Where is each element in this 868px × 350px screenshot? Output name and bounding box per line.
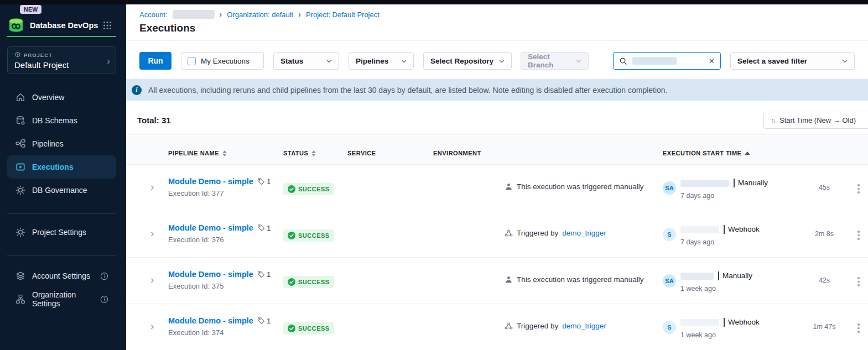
app-title: Database DevOps: [30, 21, 98, 30]
execution-id: Execution Id: 376: [168, 236, 224, 244]
project-selector[interactable]: PROJECT Default Project ›: [7, 46, 116, 74]
row-menu-icon[interactable]: [856, 182, 861, 195]
chevron-down-icon: [499, 59, 505, 63]
user-icon: [505, 275, 513, 284]
database-icon: [15, 116, 25, 126]
sidebar-item-overview[interactable]: Overview: [7, 86, 116, 109]
expand-chevron-icon[interactable]: ›: [150, 274, 154, 286]
pipelines-filter-dropdown[interactable]: Pipelines: [349, 52, 414, 70]
sidebar-item-label: Project Settings: [32, 228, 86, 237]
sidebar-item-account-settings[interactable]: Account Settings: [7, 264, 116, 288]
row-menu-icon[interactable]: [856, 275, 861, 288]
sidebar-item-label: DB Schemas: [32, 116, 77, 125]
sidebar-item-db-governance[interactable]: DB Governance: [7, 179, 116, 202]
sidebar-item-executions[interactable]: Executions: [7, 155, 116, 179]
trigger-type-label: Webhook: [724, 318, 760, 327]
sidebar-item-db-schemas[interactable]: DB Schemas: [7, 109, 116, 132]
column-header-status[interactable]: STATUS: [283, 150, 316, 156]
sidebar-item-organization-settings[interactable]: Organization Settings: [7, 288, 116, 311]
saved-filter-label: Select a saved filter: [737, 57, 807, 65]
trigger-link[interactable]: demo_trigger: [562, 229, 606, 237]
duration: 1m 47s: [805, 323, 844, 331]
tag-count: 1: [257, 270, 271, 279]
tag-icon: [257, 224, 265, 232]
branch-filter-label: Select Branch: [528, 53, 576, 69]
project-cube-icon: [14, 51, 21, 58]
total-count: Total: 31: [137, 116, 171, 125]
column-header-pipeline-name[interactable]: PIPELINE NAME: [168, 150, 227, 156]
sidebar-item-label: Executions: [32, 163, 74, 171]
status-filter-dropdown[interactable]: Status: [273, 52, 339, 70]
status-badge: SUCCESS: [283, 229, 334, 242]
column-label: STATUS: [283, 150, 308, 156]
tag-count: 1: [257, 317, 271, 325]
time-ago: 7 days ago: [680, 238, 760, 246]
table-header: PIPELINE NAME STATUS SERVICE ENVIRONMENT…: [126, 134, 868, 164]
row-menu-icon[interactable]: [856, 322, 861, 335]
chevron-down-icon: [842, 59, 848, 63]
tag-icon: [257, 270, 265, 278]
time-ago: 1 week ago: [680, 285, 752, 292]
status-filter-label: Status: [280, 57, 303, 65]
breadcrumb-project-link[interactable]: Project: Default Project: [306, 11, 380, 19]
trigger-info: This execution was triggered manually: [505, 182, 644, 191]
gear-icon: [15, 185, 25, 195]
tag-icon: [257, 317, 265, 325]
breadcrumb-account-link[interactable]: Account:: [139, 11, 168, 19]
breadcrumb-organization-link[interactable]: Organization: default: [227, 11, 293, 19]
repository-filter-dropdown[interactable]: Select Repository: [423, 52, 512, 70]
execution-row[interactable]: › Module Demo - simple 1 Execution Id: 3…: [126, 211, 868, 257]
sort-icon: [311, 150, 316, 156]
info-icon[interactable]: [100, 295, 108, 304]
status-badge: SUCCESS: [283, 322, 334, 335]
run-button[interactable]: Run: [139, 52, 171, 70]
trigger-type-label: Manually: [734, 179, 768, 187]
project-eyebrow-label: PROJECT: [24, 52, 53, 58]
branch-filter-dropdown[interactable]: Select Branch: [521, 52, 589, 70]
pipeline-name-link[interactable]: Module Demo - simple: [168, 316, 253, 325]
sidebar-item-label: Overview: [32, 93, 64, 102]
column-header-execution-start-time[interactable]: EXECUTION START TIME: [663, 150, 750, 156]
my-executions-checkbox[interactable]: [188, 57, 196, 65]
row-menu-icon[interactable]: [856, 229, 861, 242]
info-icon[interactable]: [100, 272, 108, 280]
tag-icon: [257, 177, 265, 185]
sidebar-item-pipelines[interactable]: Pipelines: [7, 132, 116, 155]
saved-filter-dropdown[interactable]: Select a saved filter: [730, 52, 855, 70]
search-input[interactable]: ✕: [613, 52, 721, 70]
database-devops-logo-icon: [7, 17, 25, 34]
pipeline-name-link[interactable]: Module Demo - simple: [168, 223, 253, 232]
avatar: SA: [663, 181, 676, 195]
avatar: SA: [663, 274, 676, 288]
chevron-down-icon: [576, 59, 581, 63]
expand-chevron-icon[interactable]: ›: [150, 320, 154, 332]
avatar: S: [663, 321, 676, 334]
layers-icon: [15, 271, 25, 281]
clear-search-icon[interactable]: ✕: [709, 57, 715, 65]
expand-chevron-icon[interactable]: ›: [150, 181, 154, 193]
main-content: Account: › Organization: default › Proje…: [126, 4, 868, 350]
my-executions-toggle[interactable]: My Executions: [181, 52, 264, 70]
execution-row[interactable]: › Module Demo - simple 1 Execution Id: 3…: [126, 164, 868, 211]
redacted-user-name: [680, 319, 719, 326]
redacted-user-name: [680, 273, 714, 280]
breadcrumb-separator-icon: ›: [220, 10, 222, 19]
module-grid-icon[interactable]: [103, 21, 112, 30]
execution-row[interactable]: › Module Demo - simple 1 Execution Id: 3…: [126, 304, 868, 350]
expand-chevron-icon[interactable]: ›: [150, 227, 154, 239]
pipeline-name-link[interactable]: Module Demo - simple: [168, 177, 253, 186]
column-label: PIPELINE NAME: [168, 150, 219, 156]
gear-icon: [15, 227, 25, 237]
execution-row[interactable]: › Module Demo - simple 1 Execution Id: 3…: [126, 257, 868, 304]
pipeline-name-link[interactable]: Module Demo - simple: [168, 270, 253, 279]
sort-order-button[interactable]: ↑↓ Start Time (New → Old): [763, 112, 868, 129]
pipelines-icon: [15, 139, 25, 149]
check-circle-icon: [288, 185, 295, 193]
sort-arrows-icon: ↑↓: [771, 117, 775, 124]
execution-id: Execution Id: 377: [168, 189, 224, 197]
trigger-link[interactable]: demo_trigger: [562, 322, 606, 330]
sidebar-item-project-settings[interactable]: Project Settings: [7, 221, 116, 244]
sidebar-divider: [7, 213, 116, 214]
org-hierarchy-icon: [15, 294, 25, 304]
check-circle-icon: [288, 325, 295, 332]
